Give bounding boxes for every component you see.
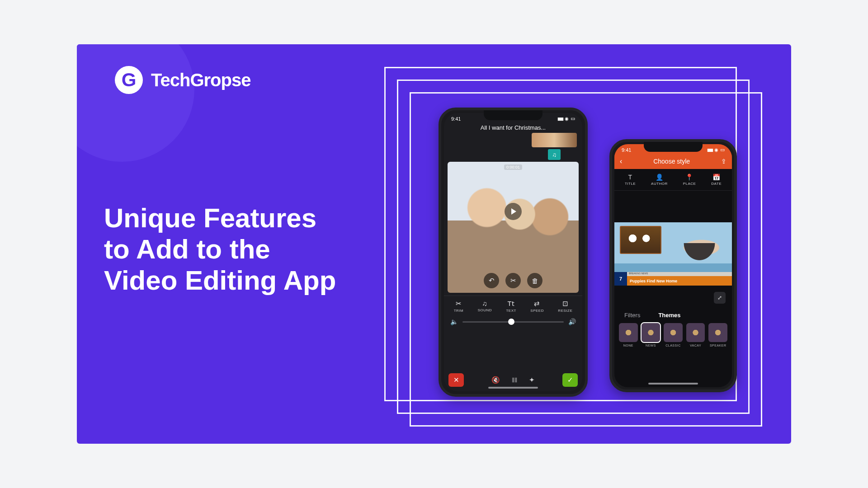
cancel-button[interactable]: ✕: [448, 373, 464, 387]
place-icon: 📍: [685, 174, 693, 181]
meta-title[interactable]: TTITLE: [625, 174, 636, 186]
fullscreen-button[interactable]: ⤢: [714, 292, 726, 304]
play-button[interactable]: [505, 203, 522, 220]
wifi-icon: [565, 116, 569, 122]
anchor-figure: [672, 243, 726, 273]
cut-button[interactable]: ✂: [505, 273, 521, 288]
meta-label: AUTHOR: [651, 182, 668, 186]
theme-label: NEWS: [646, 344, 656, 347]
home-indicator: [488, 387, 538, 389]
logo-mark-icon: G: [115, 66, 143, 94]
decorative-frames: 9:41 All I want for Christmas... ♫ 0:00:…: [384, 67, 760, 424]
editor-toolbar: ✂TRIM♫SOUNDT𝗍TEXT⇄SPEED⊡RESIZE: [444, 296, 582, 314]
volume-low-icon: 🔈: [450, 318, 458, 325]
theme-thumbnail: [642, 323, 660, 342]
delete-button[interactable]: 🗑: [527, 273, 542, 288]
phone-notch: [484, 110, 542, 120]
lower-third-headline: Puppies Find New Home: [627, 276, 732, 286]
decorative-arc: [77, 44, 194, 162]
trim-icon: ✂: [456, 300, 462, 308]
theme-label: NONE: [623, 344, 633, 347]
timecode-label: 0:00:01: [504, 164, 522, 170]
tool-label: RESIZE: [558, 309, 572, 313]
music-chip-button[interactable]: ♫: [548, 149, 561, 160]
theme-classic[interactable]: CLASSIC: [664, 323, 683, 347]
volume-high-icon: 🔊: [568, 318, 576, 325]
tool-label: SOUND: [478, 308, 492, 312]
theme-label: CLASSIC: [665, 344, 680, 347]
date-icon: 📅: [712, 174, 721, 181]
tool-sound[interactable]: ♫SOUND: [478, 300, 492, 313]
theme-vacay[interactable]: VACAY: [686, 323, 705, 347]
picture-in-picture: [620, 226, 661, 254]
meta-author[interactable]: 👤AUTHOR: [651, 174, 668, 186]
tab-filters[interactable]: Filters: [624, 312, 640, 319]
phone-mockup-editor: 9:41 All I want for Christmas... ♫ 0:00:…: [439, 108, 588, 397]
meta-place[interactable]: 📍PLACE: [683, 174, 696, 186]
sound-icon: ♫: [482, 300, 487, 307]
hero-card: G TechGropse Unique Features to Add to t…: [77, 44, 791, 444]
tool-resize[interactable]: ⊡RESIZE: [558, 300, 572, 313]
phone-mockup-styles: 9:41 ‹ Choose style ⇪ TTITLE👤AUTHOR📍PLAC…: [609, 139, 737, 392]
battery-icon: [571, 116, 575, 122]
confirm-button[interactable]: ✓: [562, 373, 578, 387]
phone-notch: [644, 142, 703, 152]
channel-badge: 7: [614, 272, 627, 286]
theme-thumbnail: [664, 323, 683, 342]
theme-thumbnail: [619, 323, 638, 342]
share-button[interactable]: ⇪: [721, 158, 726, 165]
brand-name: TechGropse: [151, 70, 250, 90]
tool-text[interactable]: T𝗍TEXT: [506, 300, 516, 313]
waveform-icon[interactable]: ⦀⦀: [512, 376, 517, 384]
signal-icon: [707, 147, 712, 153]
tool-speed[interactable]: ⇄SPEED: [530, 300, 544, 313]
clip-thumbnail-stack[interactable]: ♫: [532, 133, 577, 160]
author-icon: 👤: [656, 174, 664, 181]
mute-icon[interactable]: 🔇: [491, 376, 500, 384]
theme-label: SPEAKER: [710, 344, 726, 347]
effects-icon[interactable]: ✦: [529, 376, 535, 384]
resize-icon: ⊡: [562, 300, 569, 308]
status-time: 9:41: [622, 147, 631, 153]
project-title: All I want for Christmas...: [444, 122, 582, 133]
battery-icon: [720, 147, 725, 153]
theme-news[interactable]: NEWS: [642, 323, 660, 347]
meta-label: PLACE: [683, 182, 696, 186]
wifi-icon: [714, 147, 718, 153]
volume-slider[interactable]: 🔈 🔊: [444, 314, 582, 325]
meta-date[interactable]: 📅DATE: [711, 174, 722, 186]
theme-label: VACAY: [690, 344, 701, 347]
headline-text: Unique Features to Add to the Video Edit…: [104, 202, 336, 296]
undo-button[interactable]: ↶: [484, 273, 499, 288]
text-icon: T𝗍: [508, 300, 515, 308]
brand-logo: G TechGropse: [115, 66, 250, 94]
tool-label: TEXT: [506, 309, 516, 313]
themes-row: NONENEWSCLASSICVACAYSPEAKER: [614, 321, 732, 352]
tab-themes[interactable]: Themes: [658, 312, 680, 319]
metadata-row: TTITLE👤AUTHOR📍PLACE📅DATE: [614, 169, 732, 191]
video-preview[interactable]: 0:00:01 ↶ ✂ 🗑: [448, 162, 579, 293]
status-time: 9:41: [451, 116, 461, 122]
back-button[interactable]: ‹: [620, 157, 622, 165]
clip-thumbnail[interactable]: [532, 133, 577, 147]
signal-icon: [557, 116, 563, 122]
theme-thumbnail: [708, 323, 727, 342]
theme-thumbnail: [686, 323, 705, 342]
style-tabs: Filters Themes: [614, 304, 732, 321]
title-icon: T: [628, 174, 632, 181]
theme-none[interactable]: NONE: [619, 323, 638, 347]
slider-knob[interactable]: [508, 319, 514, 325]
theme-speaker[interactable]: SPEAKER: [708, 323, 727, 347]
nav-title: Choose style: [653, 158, 690, 165]
meta-label: TITLE: [625, 182, 636, 186]
home-indicator: [648, 383, 698, 385]
meta-label: DATE: [711, 182, 722, 186]
tool-label: SPEED: [530, 309, 544, 313]
tool-label: TRIM: [454, 309, 464, 313]
tool-trim[interactable]: ✂TRIM: [454, 300, 464, 313]
style-preview[interactable]: 7 BREAKING NEWS Puppies Find New Home: [614, 222, 732, 286]
speed-icon: ⇄: [534, 300, 540, 308]
lower-third: 7 BREAKING NEWS Puppies Find New Home: [614, 272, 732, 286]
lower-third-tag: BREAKING NEWS: [627, 272, 732, 276]
